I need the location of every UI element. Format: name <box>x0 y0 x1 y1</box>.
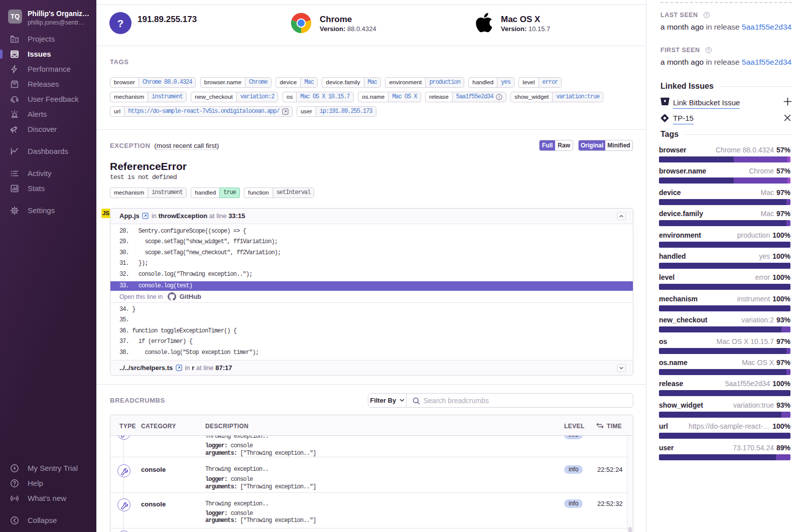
svg-text:?: ? <box>117 18 124 29</box>
